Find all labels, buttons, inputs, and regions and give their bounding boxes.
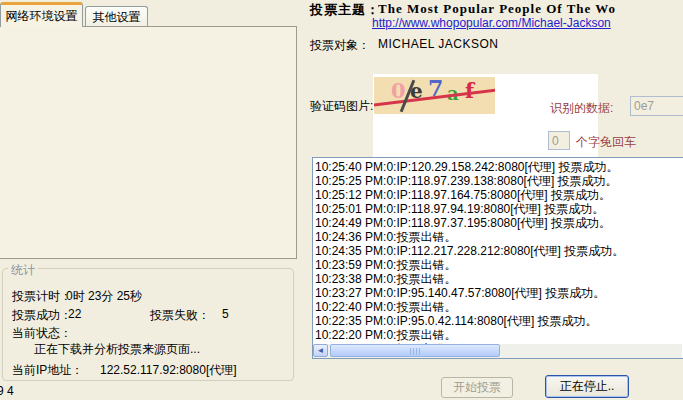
log-line[interactable]: 10:24:36 PM:0:投票出错。 <box>315 230 683 244</box>
vote-topic-label: 投票主题： <box>310 1 380 19</box>
log-line[interactable]: 10:23:59 PM:0:投票出错。 <box>315 258 683 272</box>
log-line[interactable]: 10:23:38 PM:0:投票出错。 <box>315 272 683 286</box>
start-vote-button[interactable]: 开始投票 <box>441 377 513 398</box>
vote-topic-value: The Most Popular People Of The Wo <box>378 1 683 17</box>
scroll-thumb[interactable] <box>330 344 500 357</box>
log-line[interactable]: 10:25:12 PM:0:IP:118.97.164.75:8080[代理] … <box>315 188 683 202</box>
stats-fail-label: 投票失败： <box>150 307 210 324</box>
vote-topic-link[interactable]: http://www.whopopular.com/Michael-Jackso… <box>372 16 611 30</box>
vote-target-value: MICHAEL JACKSON <box>378 37 498 51</box>
stats-success-value: 22 <box>68 307 81 321</box>
stats-ip-label: 当前IP地址： <box>12 362 83 379</box>
stop-vote-button[interactable]: 正在停止.. <box>545 375 629 398</box>
corner-clipped-text: 9 4 <box>0 384 14 398</box>
log-listbox[interactable]: 10:25:40 PM:0:IP:120.29.158.242:8080[代理]… <box>312 157 683 359</box>
captcha-image: 0 e 7 a f <box>374 77 495 114</box>
stats-timer-value: 0时 23分 25秒 <box>66 288 142 305</box>
skip-count-input[interactable] <box>548 131 570 150</box>
vote-tool-window: 网络环境设置 其他设置 不换IP或软件自动换IP投票 使用Adsl或Modem重… <box>0 0 683 400</box>
network-settings-panel <box>0 26 297 259</box>
log-line[interactable]: 10:23:27 PM:0:IP:95.140.47.57:8080[代理] 投… <box>315 286 683 300</box>
log-line[interactable]: 10:24:49 PM:0:IP:118.97.37.195:8080[代理] … <box>315 216 683 230</box>
log-line[interactable]: 10:25:25 PM:0:IP:118.97.239.138:8080[代理]… <box>315 174 683 188</box>
stats-ip-value: 122.52.117.92:8080[代理] <box>100 362 237 379</box>
log-line[interactable]: 10:24:35 PM:0:IP:112.217.228.212:8080[代理… <box>315 244 683 258</box>
log-line[interactable]: 10:25:40 PM:0:IP:120.29.158.242:8080[代理]… <box>315 160 683 174</box>
skip-count-label: 个字免回车 <box>576 134 636 151</box>
stats-timer-label: 投票计时： <box>12 288 72 305</box>
log-horizontal-scrollbar[interactable]: ◄ <box>313 344 682 358</box>
vote-target-label: 投票对象： <box>310 37 370 54</box>
tab-network-settings[interactable]: 网络环境设置 <box>0 2 83 27</box>
log-line[interactable]: 10:25:01 PM:0:IP:118.97.94.19:8080[代理] 投… <box>315 202 683 216</box>
stats-state-label: 当前状态： <box>12 325 72 342</box>
recognized-data-input[interactable] <box>630 96 683 116</box>
recognized-data-label: 识别的数据: <box>550 100 613 117</box>
stats-state-value: 正在下载并分析投票来源页面... <box>34 341 200 358</box>
stats-success-label: 投票成功： <box>12 307 72 324</box>
tab-other-settings[interactable]: 其他设置 <box>85 6 148 27</box>
captcha-label: 验证码图片: <box>310 98 373 115</box>
log-line[interactable]: 10:22:35 PM:0:IP:95.0.42.114:8080[代理] 投票… <box>315 314 683 328</box>
log-line[interactable]: 10:22:20 PM:0:投票出错。 <box>315 328 683 342</box>
log-line[interactable]: 10:22:40 PM:0:投票出错。 <box>315 300 683 314</box>
stats-title: 统计 <box>8 262 38 279</box>
stats-fail-value: 5 <box>222 307 229 321</box>
scroll-left-button[interactable]: ◄ <box>313 344 328 357</box>
